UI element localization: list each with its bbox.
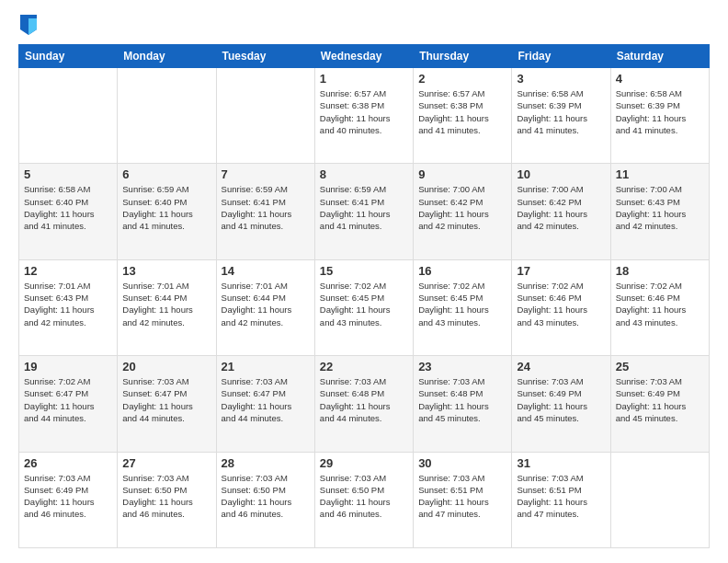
calendar-cell: 14Sunrise: 7:01 AM Sunset: 6:44 PM Dayli… <box>216 259 314 355</box>
svg-marker-1 <box>28 18 37 35</box>
calendar: SundayMondayTuesdayWednesdayThursdayFrid… <box>18 44 710 548</box>
day-number: 16 <box>418 264 506 278</box>
calendar-cell: 10Sunrise: 7:00 AM Sunset: 6:42 PM Dayli… <box>512 164 610 259</box>
calendar-cell <box>118 68 216 164</box>
day-number: 10 <box>517 167 605 181</box>
calendar-cell <box>216 68 314 164</box>
calendar-header-wednesday: Wednesday <box>314 45 413 68</box>
calendar-cell: 18Sunrise: 7:02 AM Sunset: 6:46 PM Dayli… <box>610 259 709 355</box>
calendar-week-2: 5Sunrise: 6:58 AM Sunset: 6:40 PM Daylig… <box>19 164 710 259</box>
day-number: 26 <box>24 456 112 470</box>
calendar-cell: 16Sunrise: 7:02 AM Sunset: 6:45 PM Dayli… <box>414 259 512 355</box>
calendar-cell: 13Sunrise: 7:01 AM Sunset: 6:44 PM Dayli… <box>118 259 216 355</box>
day-number: 4 <box>616 72 704 86</box>
day-number: 12 <box>24 264 112 278</box>
calendar-cell: 1Sunrise: 6:57 AM Sunset: 6:38 PM Daylig… <box>314 68 413 164</box>
cell-info: Sunrise: 6:57 AM Sunset: 6:38 PM Dayligh… <box>320 87 408 136</box>
cell-info: Sunrise: 7:03 AM Sunset: 6:47 PM Dayligh… <box>222 375 310 424</box>
calendar-header-tuesday: Tuesday <box>216 45 314 68</box>
cell-info: Sunrise: 7:03 AM Sunset: 6:50 PM Dayligh… <box>222 472 310 521</box>
cell-info: Sunrise: 7:01 AM Sunset: 6:44 PM Dayligh… <box>122 280 210 328</box>
calendar-cell: 6Sunrise: 6:59 AM Sunset: 6:40 PM Daylig… <box>118 164 216 259</box>
cell-info: Sunrise: 7:02 AM Sunset: 6:46 PM Dayligh… <box>517 280 605 328</box>
calendar-header-monday: Monday <box>118 45 216 68</box>
day-number: 24 <box>517 360 605 373</box>
cell-info: Sunrise: 7:01 AM Sunset: 6:44 PM Dayligh… <box>222 280 310 328</box>
cell-info: Sunrise: 6:57 AM Sunset: 6:38 PM Dayligh… <box>418 87 506 136</box>
cell-info: Sunrise: 7:02 AM Sunset: 6:46 PM Dayligh… <box>616 280 704 328</box>
calendar-cell: 3Sunrise: 6:58 AM Sunset: 6:39 PM Daylig… <box>512 68 610 164</box>
cell-info: Sunrise: 7:03 AM Sunset: 6:50 PM Dayligh… <box>320 472 408 521</box>
day-number: 8 <box>320 167 408 181</box>
calendar-week-1: 1Sunrise: 6:57 AM Sunset: 6:38 PM Daylig… <box>19 68 710 164</box>
calendar-cell: 29Sunrise: 7:03 AM Sunset: 6:50 PM Dayli… <box>314 452 413 547</box>
cell-info: Sunrise: 6:58 AM Sunset: 6:39 PM Dayligh… <box>616 87 704 136</box>
calendar-header-saturday: Saturday <box>610 45 709 68</box>
calendar-cell: 11Sunrise: 7:00 AM Sunset: 6:43 PM Dayli… <box>610 164 709 259</box>
calendar-cell: 15Sunrise: 7:02 AM Sunset: 6:45 PM Dayli… <box>314 259 413 355</box>
cell-info: Sunrise: 6:58 AM Sunset: 6:40 PM Dayligh… <box>24 183 112 232</box>
day-number: 15 <box>320 264 408 278</box>
calendar-cell: 7Sunrise: 6:59 AM Sunset: 6:41 PM Daylig… <box>216 164 314 259</box>
calendar-cell: 8Sunrise: 6:59 AM Sunset: 6:41 PM Daylig… <box>314 164 413 259</box>
day-number: 18 <box>616 264 704 278</box>
day-number: 23 <box>418 360 506 373</box>
calendar-week-4: 19Sunrise: 7:02 AM Sunset: 6:47 PM Dayli… <box>19 356 710 452</box>
cell-info: Sunrise: 7:03 AM Sunset: 6:48 PM Dayligh… <box>320 375 408 424</box>
calendar-cell <box>19 68 118 164</box>
calendar-cell: 26Sunrise: 7:03 AM Sunset: 6:49 PM Dayli… <box>19 452 118 547</box>
cell-info: Sunrise: 6:58 AM Sunset: 6:39 PM Dayligh… <box>517 87 605 136</box>
day-number: 3 <box>517 72 605 86</box>
cell-info: Sunrise: 7:02 AM Sunset: 6:45 PM Dayligh… <box>320 280 408 328</box>
calendar-header-thursday: Thursday <box>414 45 512 68</box>
cell-info: Sunrise: 6:59 AM Sunset: 6:41 PM Dayligh… <box>222 183 310 232</box>
calendar-cell: 5Sunrise: 6:58 AM Sunset: 6:40 PM Daylig… <box>19 164 118 259</box>
calendar-cell: 12Sunrise: 7:01 AM Sunset: 6:43 PM Dayli… <box>19 259 118 355</box>
day-number: 2 <box>418 72 506 86</box>
day-number: 22 <box>320 360 408 373</box>
calendar-cell: 20Sunrise: 7:03 AM Sunset: 6:47 PM Dayli… <box>118 356 216 452</box>
calendar-header-row: SundayMondayTuesdayWednesdayThursdayFrid… <box>19 45 710 68</box>
logo-text <box>18 15 37 35</box>
cell-info: Sunrise: 7:03 AM Sunset: 6:51 PM Dayligh… <box>517 472 605 521</box>
calendar-week-3: 12Sunrise: 7:01 AM Sunset: 6:43 PM Dayli… <box>19 259 710 355</box>
day-number: 5 <box>24 167 112 181</box>
day-number: 13 <box>122 264 210 278</box>
calendar-cell: 23Sunrise: 7:03 AM Sunset: 6:48 PM Dayli… <box>414 356 512 452</box>
calendar-cell: 21Sunrise: 7:03 AM Sunset: 6:47 PM Dayli… <box>216 356 314 452</box>
calendar-cell: 19Sunrise: 7:02 AM Sunset: 6:47 PM Dayli… <box>19 356 118 452</box>
day-number: 9 <box>418 167 506 181</box>
cell-info: Sunrise: 7:02 AM Sunset: 6:45 PM Dayligh… <box>418 280 506 328</box>
day-number: 28 <box>222 456 310 470</box>
calendar-cell <box>610 452 709 547</box>
calendar-header-sunday: Sunday <box>19 45 118 68</box>
day-number: 6 <box>122 167 210 181</box>
day-number: 31 <box>517 456 605 470</box>
cell-info: Sunrise: 7:03 AM Sunset: 6:47 PM Dayligh… <box>122 375 210 424</box>
day-number: 7 <box>222 167 310 181</box>
day-number: 11 <box>616 167 704 181</box>
calendar-week-5: 26Sunrise: 7:03 AM Sunset: 6:49 PM Dayli… <box>19 452 710 547</box>
logo-icon <box>20 15 37 35</box>
day-number: 21 <box>222 360 310 373</box>
day-number: 29 <box>320 456 408 470</box>
cell-info: Sunrise: 7:03 AM Sunset: 6:49 PM Dayligh… <box>24 472 112 521</box>
calendar-cell: 31Sunrise: 7:03 AM Sunset: 6:51 PM Dayli… <box>512 452 610 547</box>
logo <box>18 15 37 35</box>
calendar-cell: 17Sunrise: 7:02 AM Sunset: 6:46 PM Dayli… <box>512 259 610 355</box>
day-number: 30 <box>418 456 506 470</box>
day-number: 20 <box>122 360 210 373</box>
cell-info: Sunrise: 6:59 AM Sunset: 6:41 PM Dayligh… <box>320 183 408 232</box>
day-number: 1 <box>320 72 408 86</box>
calendar-cell: 25Sunrise: 7:03 AM Sunset: 6:49 PM Dayli… <box>610 356 709 452</box>
calendar-cell: 28Sunrise: 7:03 AM Sunset: 6:50 PM Dayli… <box>216 452 314 547</box>
calendar-cell: 9Sunrise: 7:00 AM Sunset: 6:42 PM Daylig… <box>414 164 512 259</box>
day-number: 27 <box>122 456 210 470</box>
calendar-cell: 30Sunrise: 7:03 AM Sunset: 6:51 PM Dayli… <box>414 452 512 547</box>
cell-info: Sunrise: 7:03 AM Sunset: 6:48 PM Dayligh… <box>418 375 506 424</box>
calendar-cell: 24Sunrise: 7:03 AM Sunset: 6:49 PM Dayli… <box>512 356 610 452</box>
day-number: 25 <box>616 360 704 373</box>
calendar-cell: 2Sunrise: 6:57 AM Sunset: 6:38 PM Daylig… <box>414 68 512 164</box>
calendar-cell: 27Sunrise: 7:03 AM Sunset: 6:50 PM Dayli… <box>118 452 216 547</box>
calendar-cell: 4Sunrise: 6:58 AM Sunset: 6:39 PM Daylig… <box>610 68 709 164</box>
